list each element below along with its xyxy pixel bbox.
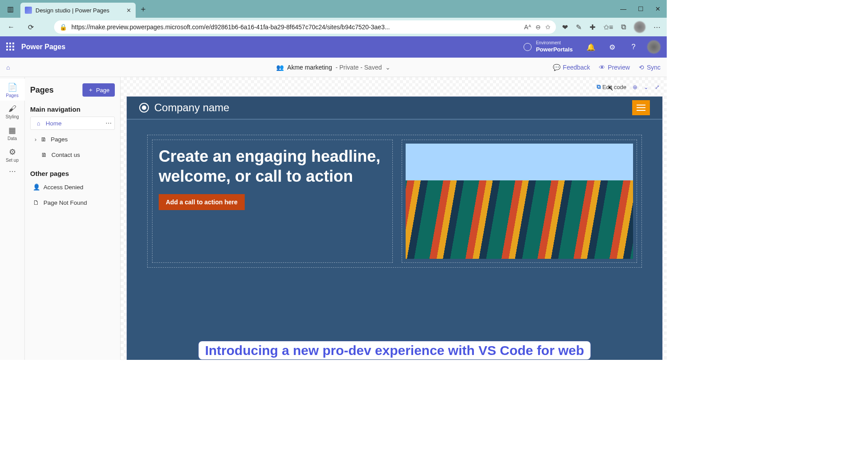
close-tab-icon[interactable]: ✕ (126, 7, 131, 14)
promo-banner: Introducing a new pro-dev experience wit… (127, 343, 662, 358)
nav-item-more-icon[interactable]: ⋯ (106, 120, 112, 127)
rail-styling[interactable]: 🖌Styling (0, 101, 25, 122)
site-people-icon: 👥 (276, 64, 284, 71)
sidebar-title: Pages (30, 86, 54, 95)
favorites-list-icon[interactable]: ✩≡ (603, 23, 613, 31)
home-page-icon: ⌂ (35, 120, 42, 127)
section-other-pages: Other pages (30, 170, 115, 177)
read-aloud-icon[interactable]: Aᴬ (524, 23, 531, 31)
chevron-down-icon[interactable]: ⌄ (644, 84, 649, 90)
sync-label: Sync (647, 64, 661, 71)
page-not-found-icon: 🗋 (33, 199, 40, 206)
pages-sidebar: Pages ＋Page Main navigation ⌂ Home ⋯ › 🗎… (25, 77, 121, 360)
section-main-navigation: Main navigation (30, 105, 115, 113)
rail-data[interactable]: ▦Data (0, 122, 25, 144)
hamburger-menu-icon[interactable] (632, 100, 650, 115)
extensions-icon[interactable]: ✚ (590, 23, 595, 31)
home-icon[interactable]: ⌂ (6, 64, 10, 71)
nav-item-pages[interactable]: › 🗎 Pages (30, 133, 115, 145)
favorite-icon[interactable]: ✩ (545, 23, 551, 31)
nav-back-icon[interactable]: ← (4, 23, 18, 31)
app-header: Power Pages Environment PowerPortals 🔔 ⚙… (0, 36, 667, 58)
environment-picker[interactable]: Environment PowerPortals (524, 41, 573, 53)
help-icon[interactable]: ? (626, 43, 641, 51)
add-page-button[interactable]: ＋Page (82, 83, 115, 97)
nav-item-label: Page Not Found (43, 199, 87, 206)
more-icon[interactable]: ⋯ (653, 23, 661, 31)
nav-item-label: Contact us (51, 152, 80, 158)
tab-overview-icon[interactable]: ▥ (0, 5, 20, 13)
chevron-down-icon[interactable]: ⌄ (385, 64, 391, 71)
hero-cta-button[interactable]: Add a call to action here (159, 194, 245, 210)
window-minimize-icon[interactable]: — (620, 5, 626, 12)
rail-styling-label: Styling (5, 114, 19, 119)
notifications-icon[interactable]: 🔔 (583, 43, 598, 51)
pen-icon[interactable]: ✎ (576, 23, 582, 31)
site-logo-icon (139, 103, 149, 113)
styling-icon: 🖌 (0, 104, 25, 113)
plus-icon: ＋ (88, 86, 94, 94)
profile-avatar-icon[interactable] (634, 21, 645, 33)
design-canvas: ⧉ Edit code ⊕ ⌄ ⤢ ↖ Company name Create (121, 77, 667, 360)
browser-titlebar: ▥ Design studio | Power Pages ✕ ＋ — ☐ ✕ (0, 0, 667, 18)
environment-label: Environment (536, 41, 573, 45)
browser-tab[interactable]: Design studio | Power Pages ✕ (20, 3, 136, 18)
nav-item-contact-us[interactable]: 🗎 Contact us (30, 149, 115, 161)
nav-item-label: Pages (51, 136, 68, 143)
cursor-icon: ↖ (608, 84, 614, 93)
page-icon: 🗎 (41, 152, 48, 158)
app-name: Power Pages (21, 43, 66, 51)
hero-image (406, 144, 633, 259)
rail-more-icon[interactable]: ⋯ (9, 167, 16, 176)
url-field[interactable]: 🔒 https://make.preview.powerpages.micros… (54, 20, 556, 34)
chevron-right-icon[interactable]: › (35, 136, 37, 143)
window-close-icon[interactable]: ✕ (655, 5, 661, 12)
zoom-in-icon[interactable]: ⊕ (633, 84, 637, 90)
vscode-icon: ⧉ (597, 83, 601, 90)
browser-address-bar: ← ⟳ 🔒 https://make.preview.powerpages.mi… (0, 18, 667, 36)
access-denied-icon: 👤 (33, 183, 40, 191)
pages-icon: 📄 (0, 82, 25, 92)
nav-item-home[interactable]: ⌂ Home ⋯ (30, 117, 115, 130)
zoom-icon[interactable]: ⊖ (536, 23, 541, 31)
rail-setup-label: Set up (6, 158, 19, 163)
feedback-button[interactable]: 💬Feedback (553, 64, 590, 71)
rail-pages[interactable]: 📄Pages (0, 79, 25, 101)
app-launcher-icon[interactable] (6, 43, 15, 51)
eye-icon: 👁 (599, 64, 605, 71)
new-tab-button[interactable]: ＋ (136, 4, 151, 14)
canvas-toolbar: ⧉ Edit code ⊕ ⌄ ⤢ (597, 83, 660, 90)
feedback-icon: 💬 (553, 64, 560, 71)
rail-data-label: Data (8, 136, 17, 141)
sync-button[interactable]: ⟲Sync (639, 64, 661, 71)
site-name: Akme marketing (287, 64, 332, 71)
window-maximize-icon[interactable]: ☐ (638, 5, 644, 12)
nav-refresh-icon[interactable]: ⟳ (24, 23, 37, 31)
rail-pages-label: Pages (6, 93, 18, 98)
hero-image-block[interactable] (402, 140, 637, 263)
nav-item-label: Home (46, 120, 62, 127)
feedback-label: Feedback (563, 64, 590, 71)
lock-icon: 🔒 (59, 23, 67, 31)
hero-headline[interactable]: Create an engaging headline, welcome, or… (159, 146, 386, 186)
user-avatar-icon[interactable] (647, 40, 661, 54)
preview-button[interactable]: 👁Preview (599, 64, 630, 71)
collections-icon[interactable]: ⧉ (621, 23, 626, 31)
setup-icon: ⚙ (0, 147, 25, 157)
environment-value: PowerPortals (536, 46, 573, 53)
settings-icon[interactable]: ⚙ (605, 43, 620, 51)
hero-section: Create an engaging headline, welcome, or… (127, 120, 662, 360)
edit-code-label: Edit code (602, 84, 626, 90)
company-name[interactable]: Company name (154, 101, 229, 114)
globe-icon (524, 43, 532, 51)
nav-item-access-denied[interactable]: 👤 Access Denied (30, 181, 115, 193)
url-text: https://make.preview.powerpages.microsof… (71, 23, 390, 31)
shopping-icon[interactable]: ❤ (562, 23, 568, 31)
tab-favicon (25, 7, 32, 14)
hero-text-block[interactable]: Create an engaging headline, welcome, or… (152, 140, 393, 263)
expand-icon[interactable]: ⤢ (655, 84, 660, 90)
tab-title: Design studio | Power Pages (35, 7, 109, 14)
rail-setup[interactable]: ⚙Set up (0, 144, 25, 165)
nav-item-page-not-found[interactable]: 🗋 Page Not Found (30, 197, 115, 209)
site-preview: Company name Create an engaging headline… (127, 97, 662, 360)
